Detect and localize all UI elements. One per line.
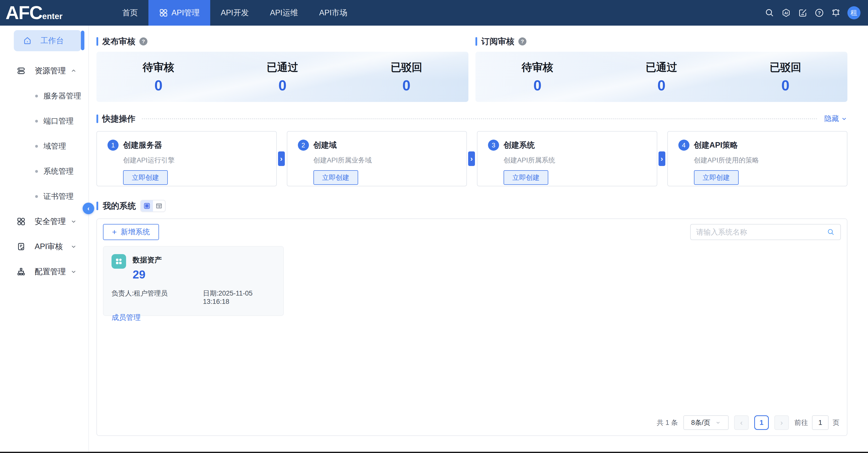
bullet-dot-icon — [35, 95, 38, 97]
nav-tab-api-market[interactable]: API市场 — [309, 0, 358, 26]
quick-card-create-server: 1 创建服务器 创建API运行引擎 立即创建 › — [96, 131, 277, 186]
quick-card-description: 创建API所使用的策略 — [694, 156, 837, 165]
current-page-button[interactable]: 1 — [754, 415, 769, 430]
publish-review-banner: 待审核 0 已通过 0 已驳回 0 — [96, 52, 468, 102]
stat-value[interactable]: 0 — [220, 77, 345, 94]
my-systems-header: 我的系统 — [96, 199, 847, 213]
title-accent-bar — [475, 37, 477, 46]
create-now-button[interactable]: 立即创建 — [503, 170, 548, 185]
quick-action-cards: 1 创建服务器 创建API运行引擎 立即创建 › 2 创建域 创建API所属业务… — [96, 131, 847, 186]
quick-card-create-system: 3 创建系统 创建API所属系统 立即创建 › — [477, 131, 657, 186]
quick-card-header: 4 创建API策略 — [678, 140, 837, 151]
stat-rejected: 已驳回 0 — [723, 60, 847, 94]
sidebar-item-server-management[interactable]: 服务器管理 — [0, 84, 88, 108]
section-title: 快捷操作 — [102, 113, 135, 125]
notification-bell-icon[interactable] — [831, 8, 841, 18]
sidebar-item-certificate-management[interactable]: 证书管理 — [0, 184, 88, 209]
window-bottom-edge — [0, 452, 868, 453]
components-grid-icon — [17, 217, 26, 226]
quick-card-create-api-policy: 4 创建API策略 创建API所使用的策略 立即创建 — [667, 131, 848, 186]
user-avatar[interactable]: 租 — [847, 6, 861, 19]
sidebar: 工作台 资源管理 服务器管理 — [0, 26, 89, 452]
stat-approved: 已通过 0 — [599, 60, 723, 94]
system-search-box — [690, 224, 841, 240]
ai-assistant-icon[interactable]: AI — [781, 8, 791, 18]
next-page-button[interactable]: › — [774, 415, 789, 430]
help-icon[interactable]: ? — [814, 8, 824, 18]
stat-value[interactable]: 0 — [599, 77, 723, 94]
step-badge: 3 — [488, 140, 499, 151]
system-app-icon — [112, 254, 126, 269]
quick-card-description: 创建API所属业务域 — [313, 156, 456, 165]
goto-page-input[interactable] — [812, 415, 829, 430]
sidebar-item-port-management[interactable]: 端口管理 — [0, 108, 88, 134]
system-search-input[interactable] — [696, 228, 827, 236]
sidebar-collapse-button[interactable]: ‹ — [83, 203, 94, 214]
create-now-button[interactable]: 立即创建 — [694, 170, 739, 185]
sidebar-group-resources[interactable]: 资源管理 — [0, 58, 88, 84]
create-now-button[interactable]: 立即创建 — [313, 170, 358, 185]
system-count[interactable]: 29 — [133, 268, 162, 281]
sidebar-item-label: 域管理 — [43, 141, 66, 152]
title-accent-bar — [96, 202, 98, 210]
nav-tab-home[interactable]: 首页 — [112, 0, 149, 26]
stat-label: 已通过 — [599, 60, 723, 74]
quick-card-description: 创建API所属系统 — [503, 156, 646, 165]
search-icon[interactable] — [765, 8, 775, 18]
bullet-dot-icon — [35, 170, 38, 173]
quick-card-header: 1 创建服务器 — [107, 140, 266, 151]
stat-value[interactable]: 0 — [475, 77, 599, 94]
dotted-divider — [142, 118, 818, 119]
sidebar-item-domain-management[interactable]: 域管理 — [0, 134, 88, 159]
sidebar-group-api-review[interactable]: API审核 — [0, 234, 88, 259]
goto-label: 前往 — [795, 418, 808, 427]
subscribe-review-banner: 待审核 0 已通过 0 已驳回 0 — [475, 52, 847, 102]
member-management-link[interactable]: 成员管理 — [112, 313, 275, 323]
edit-note-icon[interactable] — [798, 8, 808, 18]
nav-tab-api-management[interactable]: API管理 — [149, 0, 210, 26]
stat-rejected: 已驳回 0 — [344, 60, 468, 94]
quick-card-create-domain: 2 创建域 创建API所属业务域 立即创建 › — [287, 131, 467, 186]
help-question-icon[interactable]: ? — [140, 37, 148, 45]
system-card-top: 数据资产 29 — [112, 254, 275, 281]
add-system-button[interactable]: + 新增系统 — [103, 224, 159, 240]
quick-card-title: 创建系统 — [503, 140, 535, 151]
svg-text:AI: AI — [784, 11, 788, 15]
add-system-label: 新增系统 — [121, 227, 150, 237]
sidebar-item-system-management[interactable]: 系统管理 — [0, 159, 88, 184]
help-question-icon[interactable]: ? — [518, 37, 526, 45]
create-now-button[interactable]: 立即创建 — [123, 170, 168, 185]
sidebar-item-label: 证书管理 — [43, 191, 73, 202]
system-card-titles: 数据资产 29 — [133, 254, 162, 281]
page-size-select[interactable]: 8条/页 — [683, 415, 728, 430]
stat-value[interactable]: 0 — [96, 77, 220, 94]
step-arrow-icon: › — [468, 152, 475, 166]
sidebar-group-label: 资源管理 — [35, 66, 70, 76]
hide-quick-actions-link[interactable]: 隐藏 — [824, 114, 847, 124]
previous-page-button[interactable]: ‹ — [734, 415, 749, 430]
title-accent-bar — [96, 115, 98, 123]
list-view-button[interactable] — [153, 200, 165, 212]
search-icon[interactable] — [827, 228, 835, 236]
sidebar-group-security[interactable]: 安全管理 — [0, 209, 88, 234]
sidebar-item-workbench[interactable]: 工作台 — [14, 30, 81, 51]
top-bar: AFC enter 首页 API管理 API开发 — [0, 0, 868, 26]
systems-panel: + 新增系统 — [96, 219, 847, 436]
system-owner: 负责人:租户管理员 — [112, 289, 203, 305]
system-card-data-assets[interactable]: 数据资产 29 负责人:租户管理员 日期:2025-11-05 13:16:18… — [103, 246, 284, 316]
nav-tab-api-ops[interactable]: API运维 — [259, 0, 309, 26]
quick-actions-header: 快捷操作 隐藏 — [96, 113, 847, 125]
sidebar-group-label: 配置管理 — [35, 266, 70, 277]
sidebar-item-label: 工作台 — [40, 35, 64, 46]
stat-value[interactable]: 0 — [344, 77, 468, 94]
nav-tab-api-dev[interactable]: API开发 — [210, 0, 259, 26]
nav-tab-label: API开发 — [221, 7, 249, 18]
sidebar-group-configuration[interactable]: 配置管理 — [0, 259, 88, 284]
brand-logo[interactable]: AFC enter — [5, 3, 63, 22]
grid-view-button[interactable] — [141, 200, 153, 212]
view-mode-toggle — [141, 200, 165, 212]
systems-toolbar: + 新增系统 — [103, 224, 841, 240]
stat-value[interactable]: 0 — [723, 77, 847, 94]
step-badge: 4 — [678, 140, 689, 151]
chevron-down-icon — [841, 116, 847, 122]
